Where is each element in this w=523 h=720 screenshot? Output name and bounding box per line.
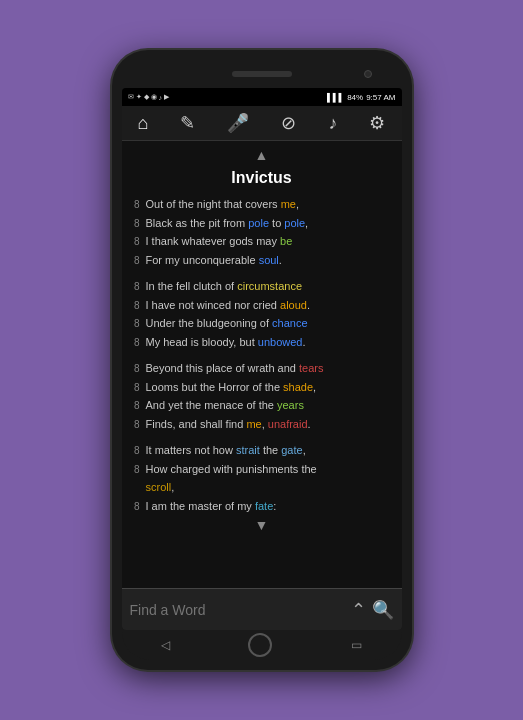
line-number: 8: [126, 445, 140, 456]
poem-line: 8 Out of the night that covers me,: [122, 195, 402, 214]
poem-line: 8 Looms but the Horror of the shade,: [122, 378, 402, 397]
wifi-icon: ✦: [136, 93, 142, 101]
nfc-icon: ◉: [151, 93, 157, 101]
home-icon[interactable]: ⌂: [138, 113, 149, 134]
line-number: 8: [126, 281, 140, 292]
battery-level: 84%: [347, 93, 363, 102]
phone-camera: [364, 70, 372, 78]
edit-icon[interactable]: ✎: [180, 112, 195, 134]
poem-line: 8 How charged with punishments the: [122, 460, 402, 479]
sound-icon: ♪: [159, 94, 163, 101]
line-number: 8: [126, 255, 140, 266]
line-text: Black as the pit from pole to pole,: [146, 215, 394, 232]
line-text: In the fell clutch of circumstance: [146, 278, 394, 295]
image-icon[interactable]: ⊘: [281, 112, 296, 134]
content-area: ▲ Invictus 8 Out of the night that cover…: [122, 141, 402, 588]
line-text: I have not winced nor cried aloud.: [146, 297, 394, 314]
line-number: 8: [126, 236, 140, 247]
poem-line: 8 Black as the pit from pole to pole,: [122, 214, 402, 233]
toolbar: ⌂ ✎ 🎤 ⊘ ♪ ⚙: [122, 106, 402, 141]
poem-line: 8 Under the bludgeoning of chance: [122, 314, 402, 333]
recent-button[interactable]: ▭: [351, 638, 362, 652]
mic-icon[interactable]: 🎤: [227, 112, 249, 134]
line-text: Under the bludgeoning of chance: [146, 315, 394, 332]
home-button[interactable]: [248, 633, 272, 657]
line-number: 8: [126, 400, 140, 411]
poem-title: Invictus: [122, 165, 402, 195]
find-bar: ⌃ 🔍: [122, 588, 402, 630]
line-number: 8: [126, 464, 140, 475]
scroll-down-arrow[interactable]: ▼: [255, 517, 269, 533]
scroll-down[interactable]: ▼: [122, 515, 402, 535]
poem-line: 8 I thank whatever gods may be: [122, 232, 402, 251]
line-text: Looms but the Horror of the shade,: [146, 379, 394, 396]
line-text: scroll,: [146, 479, 394, 496]
chevron-up-icon[interactable]: ⌃: [351, 599, 366, 621]
phone-screen: ✉ ✦ ◆ ◉ ♪ ▶ ▌▌▌ 84% 9:57 AM ⌂ ✎ 🎤 ⊘ ♪ ⚙: [122, 88, 402, 630]
line-text: It matters not how strait the gate,: [146, 442, 394, 459]
line-number: 8: [126, 318, 140, 329]
line-text: Finds, and shall find me, unafraid.: [146, 416, 394, 433]
line-text: How charged with punishments the: [146, 461, 394, 478]
line-number: 8: [126, 199, 140, 210]
poem-line: scroll,: [122, 478, 402, 497]
msg-icon: ✉: [128, 93, 134, 101]
poem-line: 8 In the fell clutch of circumstance: [122, 277, 402, 296]
stanza-break: [122, 433, 402, 441]
stanza-break: [122, 269, 402, 277]
phone-device: ✉ ✦ ◆ ◉ ♪ ▶ ▌▌▌ 84% 9:57 AM ⌂ ✎ 🎤 ⊘ ♪ ⚙: [112, 50, 412, 670]
poem-line: 8 I have not winced nor cried aloud.: [122, 296, 402, 315]
poem-line: 8 It matters not how strait the gate,: [122, 441, 402, 460]
line-text: My head is bloody, but unbowed.: [146, 334, 394, 351]
poem-line: 8 Finds, and shall find me, unafraid.: [122, 415, 402, 434]
poem-line: 8 My head is bloody, but unbowed.: [122, 333, 402, 352]
line-number: 8: [126, 363, 140, 374]
line-number: 8: [126, 501, 140, 512]
line-text: I thank whatever gods may be: [146, 233, 394, 250]
line-number: 8: [126, 300, 140, 311]
line-text: Beyond this place of wrath and tears: [146, 360, 394, 377]
phone-speaker: [232, 71, 292, 77]
status-time: 9:57 AM: [366, 93, 395, 102]
line-number: 8: [126, 337, 140, 348]
line-text: For my unconquerable soul.: [146, 252, 394, 269]
back-button[interactable]: ◁: [161, 638, 170, 652]
poem-line: 8 Beyond this place of wrath and tears: [122, 359, 402, 378]
data-icon: ▶: [164, 93, 169, 101]
status-right: ▌▌▌ 84% 9:57 AM: [327, 93, 395, 102]
line-number: 8: [126, 419, 140, 430]
stanza-break: [122, 351, 402, 359]
status-icons: ✉ ✦ ◆ ◉ ♪ ▶: [128, 93, 170, 101]
status-bar: ✉ ✦ ◆ ◉ ♪ ▶ ▌▌▌ 84% 9:57 AM: [122, 88, 402, 106]
music-icon[interactable]: ♪: [328, 113, 337, 134]
line-text: And yet the menace of the years: [146, 397, 394, 414]
poem-line: 8 I am the master of my fate:: [122, 497, 402, 516]
line-text: Out of the night that covers me,: [146, 196, 394, 213]
settings-icon[interactable]: ⚙: [369, 112, 385, 134]
line-text: I am the master of my fate:: [146, 498, 394, 515]
poem-line: 8 For my unconquerable soul.: [122, 251, 402, 270]
bt-icon: ◆: [144, 93, 149, 101]
scroll-up-arrow[interactable]: ▲: [255, 147, 269, 163]
line-number: 8: [126, 218, 140, 229]
find-input[interactable]: [130, 602, 345, 618]
search-icon[interactable]: 🔍: [372, 599, 394, 621]
scroll-up[interactable]: ▲: [122, 145, 402, 165]
poem-line: 8 And yet the menace of the years: [122, 396, 402, 415]
phone-top: [122, 60, 402, 88]
line-number: 8: [126, 382, 140, 393]
phone-bottom-nav: ◁ ▭: [122, 630, 402, 660]
signal-icon: ▌▌▌: [327, 93, 344, 102]
